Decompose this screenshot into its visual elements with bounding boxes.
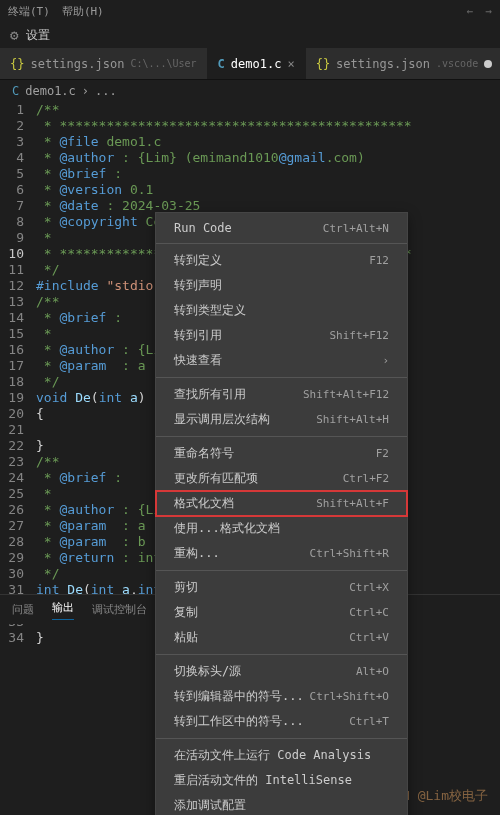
- menu-item-label: 转到定义: [174, 252, 222, 269]
- menu-item[interactable]: 剪切Ctrl+X: [156, 575, 407, 600]
- menu-item-shortcut: F2: [376, 447, 389, 460]
- menu-item-shortcut: Ctrl+Alt+N: [323, 222, 389, 235]
- menu-item-label: 转到编辑器中的符号...: [174, 688, 304, 705]
- tab-demo1-c[interactable]: C demo1.c ×: [208, 48, 306, 79]
- toolbar: ⚙ 设置: [0, 22, 500, 48]
- panel-problems[interactable]: 问题: [12, 602, 34, 617]
- menu-item-label: 转到工作区中的符号...: [174, 713, 304, 730]
- menu-item-shortcut: Ctrl+F2: [343, 472, 389, 485]
- menu-item-label: 显示调用层次结构: [174, 411, 270, 428]
- tab-label: demo1.c: [231, 57, 282, 71]
- menu-item-label: 快速查看: [174, 352, 222, 369]
- menu-item-label: 转到引用: [174, 327, 222, 344]
- tab-detail: .vscode: [436, 58, 478, 69]
- menu-item-label: 转到声明: [174, 277, 222, 294]
- menu-item[interactable]: 更改所有匹配项Ctrl+F2: [156, 466, 407, 491]
- panel-output[interactable]: 输出: [52, 600, 74, 620]
- tab-label: settings.json: [30, 57, 124, 71]
- menu-item[interactable]: 复制Ctrl+C: [156, 600, 407, 625]
- menu-item-shortcut: ›: [382, 354, 389, 367]
- menu-item-label: 重启活动文件的 IntelliSense: [174, 772, 352, 789]
- menu-item-shortcut: Ctrl+V: [349, 631, 389, 644]
- menu-item[interactable]: 粘贴Ctrl+V: [156, 625, 407, 650]
- menu-item[interactable]: 快速查看›: [156, 348, 407, 373]
- line-numbers: 1234567891011121314151617181920212223242…: [0, 102, 36, 646]
- menu-item-shortcut: Ctrl+Shift+R: [310, 547, 389, 560]
- menu-item[interactable]: 重命名符号F2: [156, 441, 407, 466]
- menu-item[interactable]: 重启活动文件的 IntelliSense: [156, 768, 407, 793]
- menu-item-shortcut: Shift+F12: [329, 329, 389, 342]
- menu-item[interactable]: 转到编辑器中的符号...Ctrl+Shift+O: [156, 684, 407, 709]
- menu-item-shortcut: Shift+Alt+F12: [303, 388, 389, 401]
- c-icon: C: [12, 84, 19, 98]
- tab-settings-user[interactable]: {} settings.json C:\...\User: [0, 48, 208, 79]
- menu-item-label: 切换标头/源: [174, 663, 241, 680]
- menu-item[interactable]: 转到定义F12: [156, 248, 407, 273]
- menu-item-label: 添加调试配置: [174, 797, 246, 814]
- menu-item-label: 剪切: [174, 579, 198, 596]
- menu-item[interactable]: 转到声明: [156, 273, 407, 298]
- menu-item-shortcut: Ctrl+Shift+O: [310, 690, 389, 703]
- editor-tabs: {} settings.json C:\...\User C demo1.c ×…: [0, 48, 500, 80]
- menu-item-label: 在活动文件上运行 Code Analysis: [174, 747, 371, 764]
- menu-item-shortcut: Shift+Alt+H: [316, 413, 389, 426]
- dirty-indicator-icon: [484, 60, 492, 68]
- nav-forward-icon[interactable]: →: [485, 5, 492, 18]
- menu-item-shortcut: Ctrl+T: [349, 715, 389, 728]
- menu-item[interactable]: Run CodeCtrl+Alt+N: [156, 217, 407, 239]
- menu-item-label: 复制: [174, 604, 198, 621]
- menu-item[interactable]: 使用...格式化文档: [156, 516, 407, 541]
- menu-terminal[interactable]: 终端(T): [8, 4, 50, 19]
- menu-item-label: 更改所有匹配项: [174, 470, 258, 487]
- json-icon: {}: [316, 57, 330, 71]
- menu-item[interactable]: 转到类型定义: [156, 298, 407, 323]
- menu-item-label: 转到类型定义: [174, 302, 246, 319]
- menu-item-label: 查找所有引用: [174, 386, 246, 403]
- menu-item-shortcut: Ctrl+C: [349, 606, 389, 619]
- menu-separator: [156, 243, 407, 244]
- chevron-right-icon: ›: [82, 84, 89, 98]
- menu-separator: [156, 377, 407, 378]
- settings-label: 设置: [26, 27, 50, 44]
- gear-icon[interactable]: ⚙: [10, 27, 18, 43]
- nav-back-icon[interactable]: ←: [467, 5, 474, 18]
- menu-separator: [156, 570, 407, 571]
- menu-item[interactable]: 重构...Ctrl+Shift+R: [156, 541, 407, 566]
- menu-item[interactable]: 添加调试配置: [156, 793, 407, 815]
- menu-item-shortcut: Shift+Alt+F: [316, 497, 389, 510]
- tab-label: settings.json: [336, 57, 430, 71]
- menu-item[interactable]: 查找所有引用Shift+Alt+F12: [156, 382, 407, 407]
- menu-item-label: Run Code: [174, 221, 232, 235]
- menu-item[interactable]: 转到引用Shift+F12: [156, 323, 407, 348]
- menu-separator: [156, 654, 407, 655]
- menu-item-label: 重构...: [174, 545, 220, 562]
- breadcrumb-more: ...: [95, 84, 117, 98]
- menu-item[interactable]: 在活动文件上运行 Code Analysis: [156, 743, 407, 768]
- close-icon[interactable]: ×: [287, 57, 294, 71]
- json-icon: {}: [10, 57, 24, 71]
- breadcrumb[interactable]: C demo1.c › ...: [0, 80, 500, 102]
- menu-item-label: 格式化文档: [174, 495, 234, 512]
- menu-help[interactable]: 帮助(H): [62, 4, 104, 19]
- menu-separator: [156, 738, 407, 739]
- menu-item-shortcut: Ctrl+X: [349, 581, 389, 594]
- menu-item[interactable]: 格式化文档Shift+Alt+F: [156, 491, 407, 516]
- menu-item[interactable]: 转到工作区中的符号...Ctrl+T: [156, 709, 407, 734]
- menu-item-label: 使用...格式化文档: [174, 520, 280, 537]
- context-menu: Run CodeCtrl+Alt+N转到定义F12转到声明转到类型定义转到引用S…: [155, 212, 408, 815]
- menu-separator: [156, 436, 407, 437]
- tab-settings-vscode[interactable]: {} settings.json .vscode: [306, 48, 500, 79]
- menu-item[interactable]: 显示调用层次结构Shift+Alt+H: [156, 407, 407, 432]
- panel-debug-console[interactable]: 调试控制台: [92, 602, 147, 617]
- menu-item-label: 重命名符号: [174, 445, 234, 462]
- menu-item-shortcut: F12: [369, 254, 389, 267]
- breadcrumb-file: demo1.c: [25, 84, 76, 98]
- menu-item[interactable]: 切换标头/源Alt+O: [156, 659, 407, 684]
- tab-detail: C:\...\User: [130, 58, 196, 69]
- menubar: 终端(T) 帮助(H) ← →: [0, 0, 500, 22]
- menu-item-shortcut: Alt+O: [356, 665, 389, 678]
- c-icon: C: [218, 57, 225, 71]
- menu-item-label: 粘贴: [174, 629, 198, 646]
